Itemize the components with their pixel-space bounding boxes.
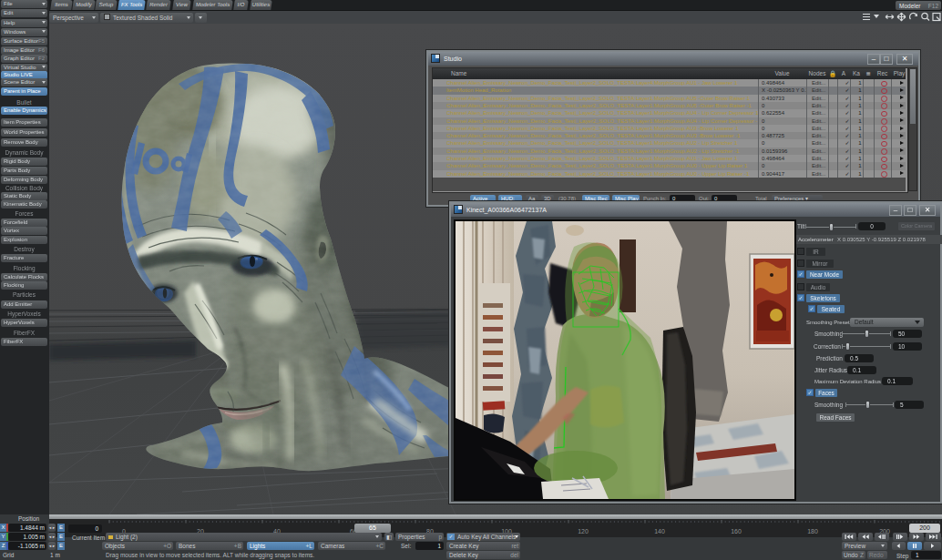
svg-text:180: 180 — [807, 528, 818, 535]
svg-text:140: 140 — [654, 528, 665, 535]
svg-text:120: 120 — [578, 528, 589, 535]
svg-text:160: 160 — [731, 528, 742, 535]
